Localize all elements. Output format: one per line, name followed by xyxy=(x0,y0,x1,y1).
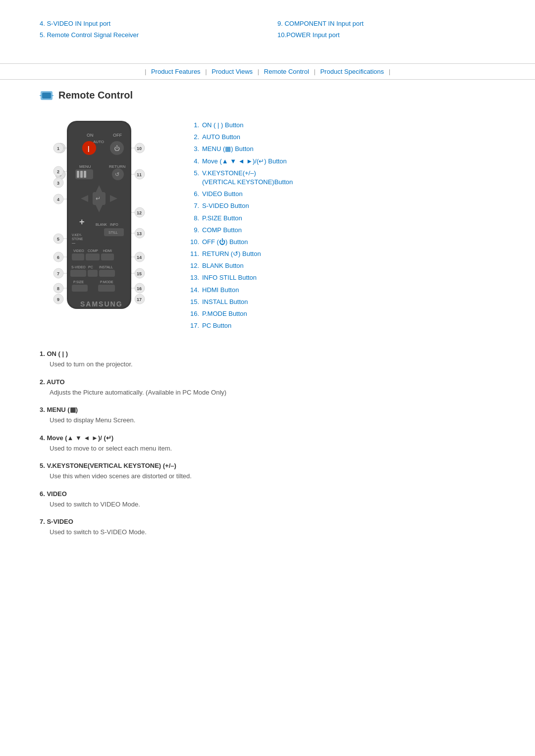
content-area: ON OFF AUTO | ⏻ MENU RETURN ↺ xyxy=(0,106,535,340)
svg-rect-49 xyxy=(72,285,88,292)
nav-bar: | Product Features | Product Views | Rem… xyxy=(0,63,535,80)
svg-rect-1 xyxy=(42,93,51,99)
svg-rect-50 xyxy=(98,285,115,292)
button-list-label: INFO STILL Button xyxy=(202,273,257,282)
button-list-label: S-VIDEO Button xyxy=(202,202,249,210)
button-list-item: 16.P.MODE Button xyxy=(188,309,495,318)
svg-text:ON: ON xyxy=(87,133,94,138)
link-component-in[interactable]: 9. COMPONENT IN Input port xyxy=(277,20,364,27)
svg-text:16: 16 xyxy=(137,286,142,291)
svg-text:3: 3 xyxy=(57,181,59,186)
svg-text:+: + xyxy=(79,217,85,227)
descriptions-section: 1. ON ( | )Used to turn on the projector… xyxy=(0,340,535,556)
button-list-label: P.MODE Button xyxy=(202,309,247,318)
button-list-item: 5.V.KEYSTONE(+/–) (VERTICAL KEYSTONE)But… xyxy=(188,169,495,187)
button-list-label: AUTO Button xyxy=(202,133,240,142)
svg-rect-38 xyxy=(72,253,84,260)
description-title: 3. MENU (▦) xyxy=(40,406,495,413)
button-list-label: COMP Button xyxy=(202,226,242,235)
button-list-item: 11.RETURN (↺) Button xyxy=(188,250,495,258)
svg-text:—: — xyxy=(72,241,75,245)
description-text: Used to display Menu Screen. xyxy=(40,415,495,425)
button-list-label: INSTALL Button xyxy=(202,298,248,306)
nav-product-specs[interactable]: Product Specifications xyxy=(320,68,384,75)
link-remote-receiver[interactable]: 5. Remote Control Signal Receiver xyxy=(40,31,139,39)
button-list-item: 9.COMP Button xyxy=(188,226,495,235)
svg-text:2: 2 xyxy=(57,169,59,174)
button-list-item: 14.HDMI Button xyxy=(188,286,495,295)
button-list-item: 7.S-VIDEO Button xyxy=(188,202,495,210)
svg-rect-40 xyxy=(101,253,114,260)
top-links-col2: 9. COMPONENT IN Input port 10.POWER Inpu… xyxy=(277,20,495,39)
nav-sep-5: | xyxy=(389,68,390,75)
button-list-item: 1.ON ( | ) Button xyxy=(188,121,495,130)
svg-text:7: 7 xyxy=(57,271,59,276)
button-list-item: 2.AUTO Button xyxy=(188,133,495,142)
description-text: Used to switch to S-VIDEO Mode. xyxy=(40,527,495,537)
button-list-label: HDMI Button xyxy=(202,286,239,295)
svg-text:BLANK: BLANK xyxy=(96,223,107,226)
button-list-item: 8.P.SIZE Button xyxy=(188,214,495,223)
svg-rect-17 xyxy=(84,171,86,178)
link-power-port[interactable]: 10.POWER Input port xyxy=(277,31,340,39)
description-title: 4. Move (▲ ▼ ◄ ►)/ (↵) xyxy=(40,434,495,442)
button-list-num: 11. xyxy=(188,250,199,258)
svg-rect-15 xyxy=(77,171,79,178)
svg-text:8: 8 xyxy=(57,286,59,291)
button-list: 1.ON ( | ) Button2.AUTO Button3.MENU (▦)… xyxy=(188,116,495,330)
nav-product-features[interactable]: Product Features xyxy=(151,68,201,75)
description-title: 1. ON ( | ) xyxy=(40,350,495,357)
svg-text:RETURN: RETURN xyxy=(109,164,126,169)
svg-text:PC: PC xyxy=(88,265,93,269)
svg-text:↺: ↺ xyxy=(115,171,119,177)
button-list-num: 5. xyxy=(188,169,199,187)
svg-text:HDMI: HDMI xyxy=(103,249,112,252)
nav-sep-2: | xyxy=(205,68,207,75)
svg-text:⏻: ⏻ xyxy=(114,145,120,152)
button-list-label: Move (▲ ▼ ◄ ►)/(↵) Button xyxy=(202,157,287,166)
button-list-num: 13. xyxy=(188,273,199,282)
svg-rect-44 xyxy=(70,270,86,277)
nav-sep-3: | xyxy=(258,68,259,75)
section-header: Remote Control xyxy=(0,80,535,106)
button-list-label: OFF (⏻) Button xyxy=(202,238,248,247)
svg-text:INFO: INFO xyxy=(110,223,118,226)
svg-text:P.SIZE: P.SIZE xyxy=(73,280,84,284)
button-list-num: 7. xyxy=(188,202,199,210)
nav-remote-control[interactable]: Remote Control xyxy=(264,68,309,75)
button-list-label: VIDEO Button xyxy=(202,190,243,199)
svg-text:V.KEY-: V.KEY- xyxy=(72,233,82,237)
description-item: 1. ON ( | )Used to turn on the projector… xyxy=(40,350,495,369)
section-title: Remote Control xyxy=(58,90,133,101)
description-item: 3. MENU (▦)Used to display Menu Screen. xyxy=(40,406,495,425)
svg-text:17: 17 xyxy=(137,297,142,302)
description-title: 2. AUTO xyxy=(40,378,495,386)
svg-text:↵: ↵ xyxy=(96,195,101,202)
svg-text:12: 12 xyxy=(137,210,142,215)
svg-text:SAMSUNG: SAMSUNG xyxy=(80,300,123,308)
link-svideo-in[interactable]: 4. S-VIDEO IN Input port xyxy=(40,20,110,27)
button-list-num: 14. xyxy=(188,286,199,295)
nav-sep-1: | xyxy=(145,68,146,75)
button-list-item: 15.INSTALL Button xyxy=(188,298,495,306)
button-list-item: 10.OFF (⏻) Button xyxy=(188,238,495,247)
nav-product-views[interactable]: Product Views xyxy=(212,68,253,75)
svg-text:6: 6 xyxy=(57,255,59,260)
button-list-label: PC Button xyxy=(202,321,231,330)
svg-text:5: 5 xyxy=(57,237,59,242)
button-list-label: RETURN (↺) Button xyxy=(202,250,261,258)
svg-text:1: 1 xyxy=(57,146,59,151)
description-text: Use this when video scenes are distorted… xyxy=(40,471,495,481)
description-title: 7. S-VIDEO xyxy=(40,518,495,525)
description-text: Used to turn on the projector. xyxy=(40,359,495,369)
svg-text:4: 4 xyxy=(57,197,59,202)
top-links-col1: 4. S-VIDEO IN Input port 5. Remote Contr… xyxy=(40,20,258,39)
svg-text:MENU: MENU xyxy=(79,164,91,169)
remote-control-diagram: ON OFF AUTO | ⏻ MENU RETURN ↺ xyxy=(40,116,159,324)
description-item: 4. Move (▲ ▼ ◄ ►)/ (↵)Used to move to or… xyxy=(40,434,495,454)
button-list-item: 6.VIDEO Button xyxy=(188,190,495,199)
svg-text:S-VIDEO: S-VIDEO xyxy=(71,265,86,269)
button-list-item: 3.MENU (▦) Button xyxy=(188,145,495,153)
button-list-num: 1. xyxy=(188,121,199,130)
top-links: 4. S-VIDEO IN Input port 5. Remote Contr… xyxy=(0,0,535,49)
